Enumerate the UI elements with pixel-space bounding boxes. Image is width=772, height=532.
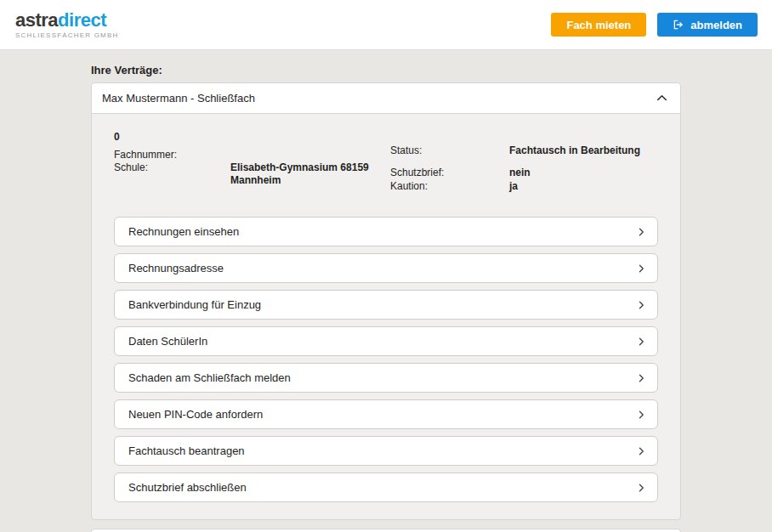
logout-icon	[673, 19, 684, 31]
chevron-right-icon	[636, 263, 646, 274]
logo-wordmark: astradirect	[15, 11, 118, 30]
next-contract-card-header[interactable]	[91, 529, 681, 532]
action-label: Daten SchülerIn	[128, 335, 207, 348]
rent-locker-button[interactable]: Fach mieten	[551, 13, 646, 37]
logout-button[interactable]: abmelden	[657, 13, 758, 37]
action-row-fachtausch-beantragen[interactable]: Fachtausch beantragen	[114, 436, 658, 466]
contract-title: Max Mustermann - Schließfach	[102, 92, 255, 105]
locker-number-label: Fachnummer:	[114, 149, 230, 161]
chevron-right-icon	[636, 483, 646, 493]
chevron-right-icon	[636, 373, 646, 383]
chevron-right-icon	[636, 410, 646, 420]
action-label: Rechnungen einsehen	[128, 225, 239, 238]
chevron-right-icon	[636, 227, 646, 237]
contract-actions-list: Rechnungen einsehen Rechnungsadresse Ban…	[92, 193, 680, 519]
main-content: Ihre Verträge: Max Mustermann - Schließf…	[91, 50, 681, 532]
chevron-right-icon	[636, 446, 646, 456]
chevron-right-icon	[636, 337, 646, 347]
topbar-actions: Fach mieten abmelden	[551, 13, 758, 37]
logo-text-direct: direct	[58, 9, 106, 31]
contracts-section-title: Ihre Verträge:	[91, 64, 681, 76]
action-row-rechnungsadresse[interactable]: Rechnungsadresse	[114, 253, 658, 283]
action-label: Schaden am Schließfach melden	[128, 371, 291, 384]
action-label: Schutzbrief abschließen	[128, 481, 247, 494]
top-bar: astradirect SCHLIESSFÄCHER GMBH Fach mie…	[0, 0, 772, 50]
action-row-schutzbrief-abschliessen[interactable]: Schutzbrief abschließen	[114, 473, 658, 502]
contract-details-left: 0 Fachnummer: Schule: Elisabeth-Gymnasiu…	[114, 131, 390, 193]
logo-subtitle: SCHLIESSFÄCHER GMBH	[15, 32, 118, 39]
action-label: Rechnungsadresse	[128, 262, 224, 274]
logout-button-label: abmelden	[690, 19, 742, 31]
action-label: Bankverbindung für Einzug	[128, 298, 261, 311]
contract-details-right: Status: Fachtausch in Bearbeitung Schutz…	[390, 144, 658, 193]
action-row-pin-code-anfordern[interactable]: Neuen PIN-Code anfordern	[114, 399, 658, 429]
action-row-bankverbindung[interactable]: Bankverbindung für Einzug	[114, 290, 658, 320]
status-label: Status:	[390, 144, 509, 157]
deposit-label: Kaution:	[390, 180, 509, 193]
contract-details: 0 Fachnummer: Schule: Elisabeth-Gymnasiu…	[92, 114, 680, 193]
status-value: Fachtausch in Bearbeitung	[509, 144, 640, 157]
app-logo: astradirect SCHLIESSFÄCHER GMBH	[15, 11, 118, 39]
school-value: Elisabeth-Gymnasium 68159 Mannheim	[230, 161, 390, 187]
rent-locker-button-label: Fach mieten	[566, 19, 631, 31]
protection-letter-label: Schutzbrief:	[390, 167, 509, 179]
contract-card: Max Mustermann - Schließfach 0 Fachnumme…	[91, 82, 681, 520]
action-row-rechnungen-einsehen[interactable]: Rechnungen einsehen	[114, 217, 658, 246]
school-label: Schule:	[114, 161, 230, 187]
chevron-right-icon	[636, 300, 646, 310]
action-label: Neuen PIN-Code anfordern	[128, 408, 263, 421]
protection-letter-value: nein	[509, 167, 531, 179]
action-row-daten-schuelerin[interactable]: Daten SchülerIn	[114, 326, 658, 356]
action-label: Fachtausch beantragen	[128, 444, 245, 457]
deposit-value: ja	[509, 180, 518, 193]
chevron-up-icon	[656, 92, 668, 105]
logo-text-astra: astra	[15, 9, 58, 31]
action-row-schaden-melden[interactable]: Schaden am Schließfach melden	[114, 363, 658, 393]
locker-number-value: 0	[114, 131, 390, 143]
contract-accordion-header[interactable]: Max Mustermann - Schließfach	[92, 83, 680, 114]
